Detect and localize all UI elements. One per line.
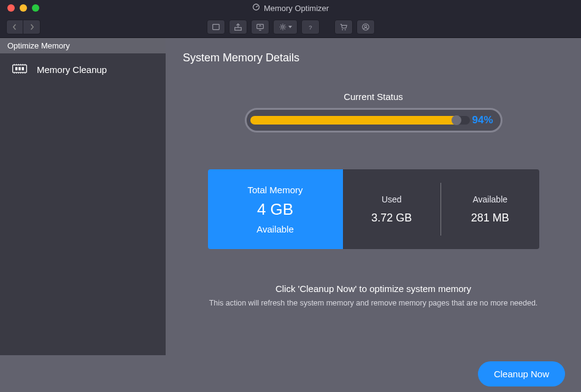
progress-track xyxy=(250,116,470,125)
used-label: Used xyxy=(382,194,402,204)
svg-point-5 xyxy=(282,26,284,28)
toolbar: ? xyxy=(0,16,581,38)
body: Optimize Memory Memory Cleanup System Me… xyxy=(0,38,581,355)
window-controls xyxy=(0,4,39,12)
svg-point-0 xyxy=(253,4,260,10)
sidebar-item-label: Memory Cleanup xyxy=(37,64,107,75)
app-title: Memory Optimizer xyxy=(0,3,581,13)
svg-rect-25 xyxy=(18,67,21,70)
toolbar-button-1[interactable] xyxy=(207,20,225,34)
minimize-window-button[interactable] xyxy=(20,4,27,12)
memory-right: Used 3.72 GB Available 281 MB xyxy=(343,169,539,249)
status-area: Current Status 94% xyxy=(183,91,564,133)
used-value: 3.72 GB xyxy=(371,212,412,225)
memory-total-card: Total Memory 4 GB Available xyxy=(208,169,343,249)
total-memory-label: Total Memory xyxy=(247,185,302,195)
memory-grid: Total Memory 4 GB Available Used 3.72 GB… xyxy=(208,169,539,249)
svg-rect-2 xyxy=(212,24,219,29)
available-label: Available xyxy=(472,194,507,204)
svg-rect-24 xyxy=(15,67,18,70)
svg-rect-3 xyxy=(234,27,241,29)
sidebar-section-header: Optimize Memory xyxy=(0,38,166,53)
account-button[interactable] xyxy=(356,20,375,34)
progress-percent: 94% xyxy=(472,114,493,126)
hint-subtitle: This action will refresh the system memo… xyxy=(183,299,564,307)
settings-dropdown[interactable] xyxy=(273,20,298,34)
svg-point-7 xyxy=(342,29,343,30)
memory-chip-icon xyxy=(11,62,28,77)
toolbar-center: ? xyxy=(40,20,541,34)
progress-knob xyxy=(452,115,461,125)
page-title: System Memory Details xyxy=(183,52,564,64)
main-content: System Memory Details Current Status 94%… xyxy=(166,38,581,355)
status-label: Current Status xyxy=(183,91,564,102)
sidebar: Optimize Memory Memory Cleanup xyxy=(0,38,166,355)
svg-rect-26 xyxy=(22,67,25,70)
total-memory-sublabel: Available xyxy=(256,224,294,234)
close-window-button[interactable] xyxy=(7,4,15,12)
svg-line-1 xyxy=(256,6,258,7)
hint-area: Click 'Cleanup Now' to optimize system m… xyxy=(183,283,564,307)
back-button[interactable] xyxy=(6,20,23,34)
help-button[interactable]: ? xyxy=(301,20,320,34)
memory-progress-bar: 94% xyxy=(245,108,502,133)
title-bar: Memory Optimizer xyxy=(0,0,581,16)
app-window: Memory Optimizer xyxy=(0,0,581,392)
chevron-down-icon xyxy=(288,26,292,28)
speedometer-icon xyxy=(252,3,260,13)
footer: Cleanup Now xyxy=(0,355,581,392)
app-title-text: Memory Optimizer xyxy=(264,4,329,13)
forward-button[interactable] xyxy=(23,20,40,34)
available-value: 281 MB xyxy=(471,212,509,225)
cleanup-now-button[interactable]: Cleanup Now xyxy=(478,361,565,386)
total-memory-value: 4 GB xyxy=(257,200,293,219)
svg-point-8 xyxy=(344,29,345,30)
hint-title: Click 'Cleanup Now' to optimize system m… xyxy=(183,283,564,294)
fullscreen-window-button[interactable] xyxy=(32,4,39,12)
sidebar-item-memory-cleanup[interactable]: Memory Cleanup xyxy=(0,53,166,86)
cart-button[interactable] xyxy=(334,20,353,34)
progress-fill xyxy=(250,116,457,125)
svg-text:?: ? xyxy=(309,23,312,30)
memory-used-cell: Used 3.72 GB xyxy=(343,169,441,249)
display-button[interactable] xyxy=(251,20,269,34)
export-button[interactable] xyxy=(229,20,247,34)
nav-group xyxy=(6,20,40,34)
memory-available-cell: Available 281 MB xyxy=(441,169,539,249)
svg-point-10 xyxy=(364,25,367,27)
